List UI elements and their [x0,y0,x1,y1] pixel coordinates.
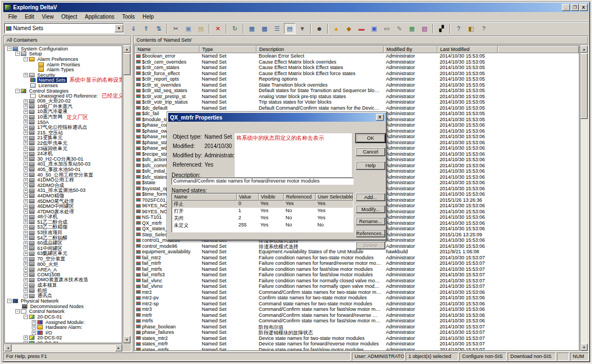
collapse-icon[interactable]: − [7,47,12,51]
collapse-icon[interactable]: − [15,309,20,314]
list-view-icon[interactable]: ☰ [271,23,283,34]
alarm-icon[interactable]: ▲ [331,23,342,34]
menu-file[interactable]: File [4,13,21,21]
tree-item-decommissioned-nodes[interactable]: Decommissioned Nodes [5,304,122,309]
paste-icon[interactable]: ▤ [195,23,207,34]
container-combobox[interactable]: Named Sets ▼ [4,23,124,33]
expand-icon[interactable]: + [24,167,28,172]
ns-column-user-selectable[interactable]: User Selectable [316,194,353,201]
expand-icon[interactable]: + [24,272,28,277]
table-row[interactable]: equipment_availabilityNamed SetEquipment… [135,249,579,255]
tree-item-20-dcs-01[interactable]: −20-DCS-01 [5,314,122,320]
tree-item-通讯点[interactable]: +通讯点 [5,293,122,299]
tree-item-20-dcs-02[interactable]: +20-DCS-02 [5,335,122,341]
ns-column-name[interactable]: Name [172,194,237,201]
named-state-row[interactable]: 关闭2YesNoYes [172,215,353,222]
named-state-row[interactable]: 打开1YesNoYes [172,208,353,215]
expand-icon[interactable]: + [24,241,28,246]
ns-column-referenced[interactable]: Referenced [284,194,316,201]
tree-item-named-sets[interactable]: Named Sets系统中显示的名称设置 [5,78,122,83]
tree-item-机组[interactable]: +机组 [5,288,122,293]
chevron-down-icon[interactable]: ▼ [115,24,123,32]
expand-icon[interactable]: + [24,178,28,183]
expand-icon[interactable]: + [24,189,28,193]
menu-object[interactable]: Object [58,13,81,21]
table-row[interactable]: fail_vlvnoNamed SetFailure condition nam… [135,283,579,289]
tree-item-assigned-module-[interactable]: +Assigned Module: [5,320,122,325]
collapse-icon[interactable]: − [7,299,12,303]
table-row[interactable]: phase_failuresNamed Set阶段逻辑模块的故障状态Admini… [135,329,579,335]
table-row[interactable]: mtr2Named SetCommand/Confirm state names… [135,289,579,295]
expand-icon[interactable]: + [24,278,28,282]
expand-icon[interactable]: + [24,146,28,151]
tree-item-control-network[interactable]: −Control Network [5,309,122,315]
scroll-up-icon[interactable]: ▲ [123,46,130,53]
table-row[interactable]: $ctlr_votr_trip_statusNamed SetTrip stat… [135,99,579,105]
expand-icon[interactable]: + [24,220,28,224]
whats-this-icon[interactable]: ? [478,23,489,34]
help-icon[interactable]: ? [453,23,464,34]
expand-icon[interactable]: + [24,162,28,167]
expand-icon[interactable]: + [24,173,28,177]
tree-item-10蒸汽管网[interactable]: +10蒸汽管网定义厂区 [5,115,122,120]
table-row[interactable]: mtr2-pvNamed SetConfirm state names for … [135,295,579,301]
column-header-blank[interactable] [498,46,579,53]
expand-icon[interactable]: + [24,225,28,230]
expand-icon[interactable]: + [24,130,28,135]
expand-icon[interactable]: + [24,183,28,187]
minimize-button[interactable]: _ [562,4,570,11]
expand-icon[interactable]: + [32,331,36,335]
expand-icon[interactable]: + [24,104,28,109]
table-row[interactable]: $ctlr_force_effectNamed SetCause Effect … [135,71,579,77]
expand-icon[interactable]: + [24,341,28,343]
tree-item-47dmo废水处理[interactable]: +47DMO废水处理 [5,209,122,214]
expand-icon[interactable]: + [24,157,28,161]
license-icon[interactable]: ✎ [394,23,405,34]
table-row[interactable]: fail_vlvncNamed SetFailure condition nam… [135,278,579,284]
batch-icon[interactable]: ▞ [436,23,447,34]
save-icon[interactable]: ▣ [368,23,380,34]
expand-icon[interactable]: + [32,320,36,325]
expand-icon[interactable]: + [32,325,36,329]
filter-icon[interactable]: ▼ [297,23,308,34]
tree-item-23碳回收单元[interactable]: +23碳回收单元 [5,146,122,151]
table-row[interactable]: $dc_defaultNamed SetDefault Command/Conf… [135,105,579,111]
tree-item-alarm-types[interactable]: Alarm Types [5,67,122,72]
book-icon[interactable]: ▬ [356,23,367,34]
rename-button[interactable]: Rename... [356,217,385,225]
tree-item-dmo装置废水技术改造[interactable]: +DMO装置废水技术改造 [5,277,122,283]
table-row[interactable]: $ctlr_cem_overridesNamed SetCause Effect… [135,59,579,65]
scroll-left-icon[interactable]: ◄ [4,344,12,351]
expand-icon[interactable]: + [24,204,28,209]
scroll-down-icon[interactable]: ▼ [123,336,130,343]
cancel-button[interactable]: Cancel [356,147,385,156]
tree-item-system-configuration[interactable]: −System Configuration [5,46,122,52]
ns-column-visible[interactable]: Visible [259,194,284,201]
help-button[interactable]: Help [356,161,385,170]
list-scroll-thumb[interactable] [580,53,588,119]
named-state-row[interactable]: 未定义255YesNoNo [172,222,353,229]
collapse-icon[interactable]: − [15,52,20,56]
tree-item-70_空分装置[interactable]: +70_空分装置 [5,257,122,262]
expand-icon[interactable]: + [24,136,28,140]
cut-icon[interactable]: ✂ [170,23,181,34]
expand-icon[interactable]: + [24,199,28,203]
scroll-down-icon[interactable]: ▼ [580,344,588,351]
expand-icon[interactable]: + [24,231,28,235]
expand-icon[interactable]: + [24,246,28,251]
collapse-icon[interactable]: − [24,57,28,61]
named-states-table[interactable]: NameValueVisibleReferencedUser Selectabl… [172,193,354,232]
history-icon[interactable]: ▧ [419,23,430,34]
column-header-description[interactable]: Description [257,46,384,53]
tree-item-alarm-preferences[interactable]: −Alarm Preferences [5,56,122,62]
security-icon[interactable]: ◆ [343,23,355,34]
expand-icon[interactable]: + [24,152,28,156]
collapse-icon[interactable]: − [15,89,20,93]
expand-icon[interactable]: + [24,335,28,340]
table-row[interactable]: $ctlr_cem_statesNamed SetCause Effect Ma… [135,65,579,71]
collapse-icon[interactable]: − [24,315,28,319]
expand-icon[interactable]: + [24,115,28,120]
table-row[interactable]: states_mtrfrNamed SetDevice state names … [135,341,579,347]
expand-icon[interactable]: + [24,288,28,293]
expand-icon[interactable]: + [24,99,28,104]
